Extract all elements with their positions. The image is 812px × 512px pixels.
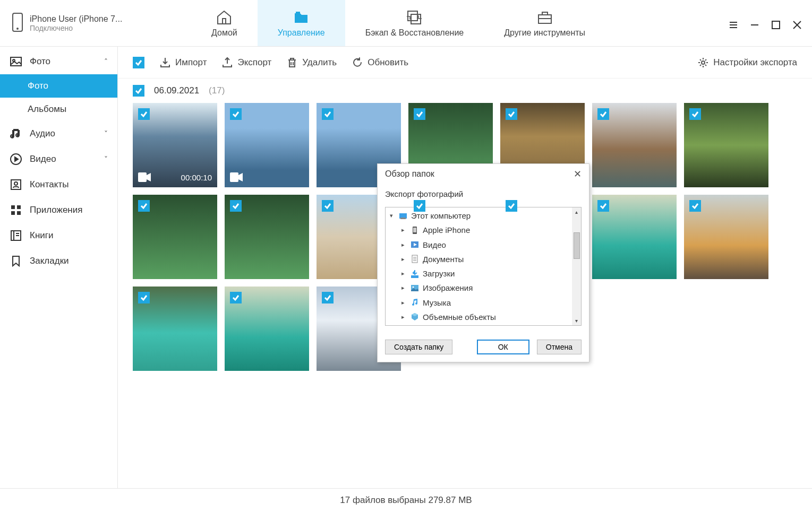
tree-item-label: Видео	[423, 239, 446, 251]
thumb-checkbox[interactable]	[322, 200, 334, 212]
tree-item[interactable]: ▸Музыка	[388, 296, 572, 310]
new-folder-button[interactable]: Создать папку	[385, 340, 452, 354]
sidebar-photo-photos[interactable]: Фото	[0, 74, 117, 98]
sidebar-audio-label: Аудио	[30, 128, 55, 139]
device-status: Подключено	[30, 24, 122, 32]
menu-button[interactable]	[728, 20, 739, 30]
close-button[interactable]	[792, 20, 802, 30]
sidebar-contacts[interactable]: Контакты	[0, 172, 117, 197]
tree-expand-icon[interactable]: ▸	[399, 313, 407, 322]
sidebar-bookmarks[interactable]: Закладки	[0, 248, 117, 274]
import-button[interactable]: Импорт	[159, 57, 207, 68]
thumb-checkbox[interactable]	[597, 108, 609, 120]
thumb-checkbox[interactable]	[322, 108, 334, 120]
scroll-up-icon[interactable]: ▴	[572, 207, 581, 216]
photo-thumbnail[interactable]	[684, 195, 768, 279]
thumb-checkbox[interactable]	[138, 292, 150, 303]
tab-manage[interactable]: Управление	[258, 0, 345, 46]
tree-expand-icon[interactable]: ▸	[399, 225, 407, 235]
chevron-down-icon: ˅	[104, 155, 108, 163]
import-label: Импорт	[175, 57, 207, 68]
tree-item-label: Музыка	[423, 297, 451, 309]
sidebar-photo[interactable]: Фото ˄	[0, 49, 117, 74]
folder-icon	[410, 283, 420, 293]
tab-tools[interactable]: Другие инструменты	[484, 0, 605, 46]
thumb-checkbox[interactable]	[138, 200, 150, 212]
dialog-title: Обзор папок	[385, 169, 434, 179]
thumb-checkbox[interactable]	[689, 200, 701, 212]
thumb-checkbox[interactable]	[230, 200, 242, 212]
photo-thumbnail[interactable]	[133, 195, 217, 279]
tree-item[interactable]: ▸Документы	[388, 252, 572, 266]
cancel-button[interactable]: Отмена	[537, 340, 582, 354]
video-duration: 00:00:10	[181, 173, 212, 182]
tree-expand-icon[interactable]: ▸	[399, 240, 407, 249]
folder-icon	[410, 254, 420, 264]
tree-item[interactable]: ▸Загрузки	[388, 266, 572, 281]
tree-expand-icon[interactable]: ▾	[388, 211, 395, 220]
folder-tree[interactable]: ▾ Этот компьютер ▸Apple iPhone▸Видео▸Док…	[385, 207, 582, 326]
photo-thumbnail[interactable]	[225, 103, 309, 187]
photo-thumbnail[interactable]	[133, 287, 217, 371]
export-button[interactable]: Экспорт	[221, 57, 271, 68]
select-all-checkbox[interactable]	[133, 57, 144, 68]
tree-item[interactable]: ▸Объемные объекты	[388, 310, 572, 324]
svg-point-46	[413, 286, 414, 288]
tree-item-label: Документы	[423, 253, 464, 265]
sidebar-books[interactable]: Книги	[0, 223, 117, 248]
sidebar-video[interactable]: Видео ˅	[0, 146, 117, 172]
tab-tools-label: Другие инструменты	[504, 28, 585, 38]
photo-thumbnail[interactable]: 00:00:10	[133, 103, 217, 187]
svg-rect-32	[138, 172, 147, 182]
tab-home-label: Домой	[211, 28, 237, 38]
thumb-checkbox[interactable]	[322, 292, 334, 303]
ok-button[interactable]: ОК	[477, 340, 529, 354]
svg-rect-26	[17, 211, 21, 215]
tree-item[interactable]: ▾Рабочий стол	[388, 324, 572, 326]
svg-rect-37	[400, 218, 406, 219]
thumb-checkbox[interactable]	[414, 108, 425, 120]
tree-item[interactable]: ▸Apple iPhone	[388, 223, 572, 237]
thumb-checkbox[interactable]	[689, 108, 701, 120]
folder-icon	[410, 312, 420, 322]
refresh-button[interactable]: Обновить	[352, 57, 408, 68]
folder-browse-dialog: Обзор папок ✕ Экспорт фотографий ▾ Этот …	[377, 163, 589, 362]
tree-item[interactable]: ▸Видео	[388, 238, 572, 252]
photo-thumbnail[interactable]	[684, 103, 768, 187]
tree-item[interactable]: ▸Изображения	[388, 281, 572, 295]
sidebar-audio[interactable]: Аудио ˅	[0, 121, 117, 146]
scroll-down-icon[interactable]: ▾	[572, 316, 581, 325]
thumb-checkbox[interactable]	[230, 108, 242, 120]
maximize-button[interactable]	[771, 20, 781, 30]
photo-thumbnail[interactable]	[592, 195, 677, 279]
sidebar-apps[interactable]: Приложения	[0, 197, 117, 223]
tree-expand-icon[interactable]: ▸	[399, 283, 407, 292]
minimize-button[interactable]	[749, 20, 760, 30]
photo-thumbnail[interactable]	[225, 195, 309, 279]
photo-thumbnail[interactable]	[592, 103, 677, 187]
tab-home[interactable]: Домой	[191, 0, 258, 46]
delete-button[interactable]: Удалить	[286, 57, 337, 68]
window-controls	[728, 16, 812, 30]
export-settings-button[interactable]: Настройки экспорта	[697, 57, 797, 68]
tree-expand-icon[interactable]: ▸	[399, 255, 407, 264]
thumb-checkbox[interactable]	[414, 200, 425, 212]
scroll-thumb[interactable]	[574, 232, 580, 259]
tree-expand-icon[interactable]: ▸	[399, 298, 407, 307]
thumb-checkbox[interactable]	[138, 108, 150, 120]
svg-rect-33	[230, 172, 238, 182]
thumb-checkbox[interactable]	[597, 200, 609, 212]
dialog-close-button[interactable]: ✕	[574, 168, 582, 180]
export-settings-label: Настройки экспорта	[713, 57, 797, 68]
sidebar-photo-albums[interactable]: Альбомы	[0, 98, 117, 121]
thumb-checkbox[interactable]	[506, 108, 517, 120]
tree-scrollbar[interactable]: ▴ ▾	[572, 207, 581, 325]
thumb-checkbox[interactable]	[230, 292, 242, 303]
thumb-checkbox[interactable]	[506, 200, 517, 212]
tab-backup[interactable]: Бэкап & Восстановление	[345, 0, 484, 46]
photo-thumbnail[interactable]	[225, 287, 309, 371]
phone-icon	[11, 13, 24, 34]
tab-manage-label: Управление	[278, 28, 325, 38]
group-checkbox[interactable]	[133, 85, 144, 97]
tree-expand-icon[interactable]: ▸	[399, 269, 407, 278]
